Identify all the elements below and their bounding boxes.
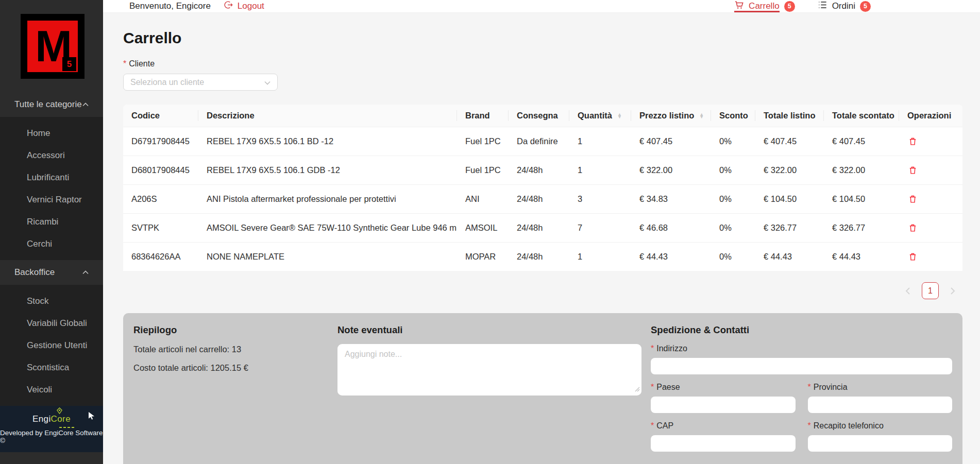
recapito-label: * Recapito telefonico bbox=[808, 421, 953, 431]
table-header-row: Codice Descrizione Brand Consegna Quanti… bbox=[123, 105, 962, 127]
cell-prezzo-listino: € 407.45 bbox=[631, 127, 711, 156]
cell-totale-listino: € 407.45 bbox=[755, 127, 824, 156]
resize-grip-icon[interactable] bbox=[635, 385, 640, 394]
client-select[interactable] bbox=[123, 74, 278, 91]
logout-button[interactable]: Logout bbox=[224, 1, 264, 12]
cart-table: Codice Descrizione Brand Consegna Quanti… bbox=[123, 105, 962, 271]
cell-descrizione: NONE NAMEPLATE bbox=[198, 242, 457, 271]
sidebar-item-label: Ricambi bbox=[27, 217, 58, 227]
sidebar-item-label: Home bbox=[27, 128, 50, 139]
delete-row-button[interactable] bbox=[907, 165, 918, 176]
cell-brand: Fuel 1PC bbox=[457, 156, 509, 184]
sort-icons: ▲▼ bbox=[699, 113, 704, 119]
delete-row-button[interactable] bbox=[907, 222, 918, 233]
cell-descrizione: REBEL 17X9 6X5.5 106.1 GDB -12 bbox=[198, 156, 457, 184]
sidebar-item-label: Stock bbox=[27, 296, 49, 306]
sidebar-submenu-backoffice: Stock Variabili Globali Gestione Utenti … bbox=[0, 285, 103, 406]
cap-label: * CAP bbox=[651, 421, 796, 431]
checkout-panel: Riepilogo Totale articoli nel carrello: … bbox=[123, 313, 962, 464]
orders-count-badge: 5 bbox=[860, 1, 871, 12]
cell-prezzo-listino: € 34.83 bbox=[631, 184, 711, 213]
cart-table-card: Codice Descrizione Brand Consegna Quanti… bbox=[123, 105, 962, 271]
col-quantita-sortable[interactable]: Quantità▲▼ bbox=[569, 105, 631, 127]
cell-sconto: 0% bbox=[711, 242, 755, 271]
main-area: Benvenuto, Engicore Logout Carrello 5 bbox=[103, 0, 980, 464]
sidebar-item[interactable]: Gestione Utenti bbox=[0, 334, 103, 356]
cell-operazioni bbox=[899, 242, 962, 271]
list-icon bbox=[818, 0, 827, 12]
client-select-input[interactable] bbox=[130, 78, 264, 87]
provincia-input[interactable] bbox=[808, 397, 953, 413]
prev-page-button[interactable] bbox=[900, 283, 916, 299]
logout-label: Logout bbox=[238, 1, 264, 11]
sidebar-item[interactable]: Veicoli bbox=[0, 379, 103, 401]
sidebar-item[interactable]: Accessori bbox=[0, 144, 103, 166]
delete-row-button[interactable] bbox=[907, 251, 918, 262]
sidebar-footer: EngiCore Developed by EngiCore Software … bbox=[0, 406, 103, 452]
sidebar-group-categorie[interactable]: Tutte le categorie bbox=[0, 92, 103, 117]
page-number-button[interactable]: 1 bbox=[922, 282, 939, 299]
sidebar-item[interactable]: Vernici Raptor bbox=[0, 188, 103, 211]
cart-count-badge: 5 bbox=[784, 1, 795, 12]
delete-row-button[interactable] bbox=[907, 194, 918, 204]
sidebar-item[interactable]: Ricambi bbox=[0, 211, 103, 233]
cell-quantita: 7 bbox=[569, 213, 631, 242]
cell-consegna: 24/48h bbox=[509, 184, 569, 213]
next-page-button[interactable] bbox=[945, 283, 960, 299]
client-label-text: Cliente bbox=[129, 59, 155, 68]
sidebar-submenu-categorie: Home Accessori Lubrificanti Vernici Rapt… bbox=[0, 117, 103, 260]
recapito-input[interactable] bbox=[808, 435, 953, 452]
tab-ordini-label: Ordini bbox=[832, 1, 855, 11]
sidebar-item[interactable]: Scontistica bbox=[0, 356, 103, 379]
paese-label: * Paese bbox=[651, 383, 796, 392]
tab-carrello[interactable]: Carrello 5 bbox=[734, 0, 795, 12]
cell-totale-listino: € 44.43 bbox=[755, 242, 824, 271]
col-codice: Codice bbox=[123, 105, 198, 127]
sidebar-item-label: Variabili Globali bbox=[27, 318, 87, 329]
notes-textarea[interactable] bbox=[337, 344, 641, 396]
delete-row-button[interactable] bbox=[907, 136, 918, 147]
m5-logo: M 5 bbox=[21, 14, 85, 79]
cell-operazioni bbox=[899, 213, 962, 242]
indirizzo-input[interactable] bbox=[651, 358, 952, 374]
col-totale-scontato: Totale scontato bbox=[824, 105, 899, 127]
sidebar-item-label: Veicoli bbox=[27, 385, 52, 395]
logout-icon bbox=[224, 1, 233, 12]
chevron-down-icon bbox=[264, 78, 271, 87]
cursor-arrow-icon bbox=[88, 412, 95, 422]
trash-icon bbox=[908, 195, 917, 203]
developed-by-text: Developed by EngiCore Software © bbox=[0, 429, 103, 444]
provincia-label: * Provincia bbox=[808, 383, 953, 392]
sidebar-item[interactable]: Variabili Globali bbox=[0, 312, 103, 334]
tab-ordini[interactable]: Ordini 5 bbox=[818, 0, 871, 12]
table-row: D68017908445 REBEL 17X9 6X5.5 106.1 GDB … bbox=[123, 156, 962, 184]
page-title: Carrello bbox=[123, 29, 962, 47]
engicore-brand-engi: Engi bbox=[32, 414, 51, 424]
cell-prezzo-listino: € 322.00 bbox=[631, 156, 711, 184]
indirizzo-label: * Indirizzo bbox=[651, 344, 952, 353]
cell-sconto: 0% bbox=[711, 156, 755, 184]
cell-descrizione: ANI Pistola aftermarket professionale pe… bbox=[198, 184, 457, 213]
sidebar-item-label: Gestione Utenti bbox=[27, 340, 87, 351]
col-operazioni: Operazioni bbox=[899, 105, 962, 127]
cell-totale-listino: € 322.00 bbox=[755, 156, 824, 184]
sidebar-item[interactable]: Stock bbox=[0, 290, 103, 312]
cell-codice: SVTPK bbox=[123, 213, 198, 242]
paese-input[interactable] bbox=[651, 397, 796, 413]
engicore-leaf-icon bbox=[56, 406, 63, 417]
table-row: 68364626AA NONE NAMEPLATE MOPAR 24/48h 1… bbox=[123, 242, 962, 271]
sidebar-item[interactable]: Lubrificanti bbox=[0, 166, 103, 188]
cell-totale-listino: € 104.50 bbox=[755, 184, 824, 213]
shipping-title: Spedizione & Contatti bbox=[651, 324, 952, 336]
table-row: SVTPK AMSOIL Severe Gear® SAE 75W-110 Sy… bbox=[123, 213, 962, 242]
col-prezzo-listino-sortable[interactable]: Prezzo listino▲▼ bbox=[631, 105, 711, 127]
sidebar-item[interactable]: Home bbox=[0, 122, 103, 144]
sidebar-group-backoffice[interactable]: Backoffice bbox=[0, 260, 103, 285]
cap-input[interactable] bbox=[651, 435, 796, 452]
cell-operazioni bbox=[899, 127, 962, 156]
sidebar-item[interactable]: Cerchi bbox=[0, 233, 103, 255]
table-row: A206S ANI Pistola aftermarket profession… bbox=[123, 184, 962, 213]
chevron-up-icon bbox=[82, 270, 89, 274]
trash-icon bbox=[908, 166, 917, 175]
table-row: D67917908445 REBEL 17X9 6X5.5 106.1 BD -… bbox=[123, 127, 962, 156]
